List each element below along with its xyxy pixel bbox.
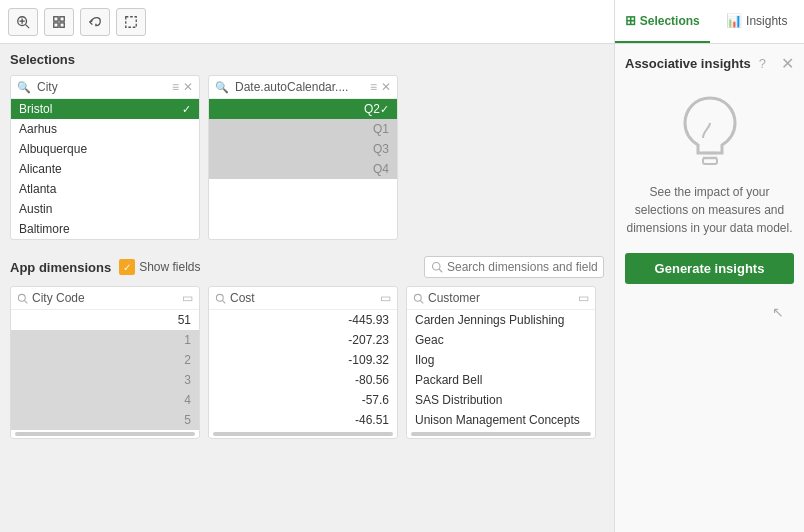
city-code-item-3[interactable]: 3 — [11, 370, 199, 390]
city-item-austin[interactable]: Austin — [11, 199, 199, 219]
cost-item-5[interactable]: -57.6 — [209, 390, 397, 410]
checkbox-icon: ✓ — [119, 259, 135, 275]
date-card-list-icon[interactable]: ≡ — [370, 80, 377, 94]
city-item-alicante[interactable]: Alicante — [11, 159, 199, 179]
cost-card-header: Cost ▭ — [209, 287, 397, 310]
svg-rect-7 — [60, 22, 64, 26]
bulb-container — [625, 88, 794, 173]
zoom-fit-button[interactable] — [44, 8, 74, 36]
city-item-albuquerque[interactable]: Albuquerque — [11, 139, 199, 159]
show-fields-checkbox[interactable]: ✓ Show fields — [119, 259, 200, 275]
date-item-q1[interactable]: Q1 — [209, 119, 397, 139]
date-card-close-icon[interactable]: ✕ — [381, 80, 391, 94]
search-dimensions-field[interactable] — [424, 256, 604, 278]
cost-card-icon[interactable]: ▭ — [380, 291, 391, 305]
right-panel: ⊞ Selections 📊 Insights Associative insi… — [614, 0, 804, 532]
date-item-q4[interactable]: Q4 — [209, 159, 397, 179]
svg-point-9 — [433, 263, 441, 271]
customer-item-geac[interactable]: Geac — [407, 330, 595, 350]
city-item-atlanta[interactable]: Atlanta — [11, 179, 199, 199]
city-item-baltimore[interactable]: Baltimore — [11, 219, 199, 239]
customer-item-ilog[interactable]: Ilog — [407, 350, 595, 370]
date-card-title: Date.autoCalendar.... — [235, 80, 366, 94]
city-code-item-5[interactable]: 5 — [11, 410, 199, 430]
city-code-item-4[interactable]: 4 — [11, 390, 199, 410]
cost-scrollbar[interactable] — [213, 432, 393, 436]
customer-item-sas[interactable]: SAS Distribution — [407, 390, 595, 410]
city-code-item-51[interactable]: 51 — [11, 310, 199, 330]
insights-title: Associative insights — [625, 56, 751, 71]
cost-dim-list: -445.93 -207.23 -109.32 -80.56 -57.6 — [209, 310, 397, 430]
svg-point-11 — [18, 294, 25, 301]
date-item-q2[interactable]: Q2 ✓ — [209, 99, 397, 119]
cost-card-title: Cost — [230, 291, 376, 305]
city-code-scrollbar[interactable] — [15, 432, 195, 436]
app-dims-section: App dimensions ✓ Show fields City Code ▭ — [0, 248, 614, 532]
selection-box-button[interactable] — [116, 8, 146, 36]
city-search-icon: 🔍 — [17, 81, 31, 94]
cost-item-3[interactable]: -109.32 — [209, 350, 397, 370]
customer-search-icon — [413, 293, 424, 304]
svg-rect-19 — [703, 158, 717, 164]
city-code-dim-card: City Code ▭ 51 1 2 3 — [10, 286, 200, 439]
customer-item-unison[interactable]: Unison Management Concepts — [407, 410, 595, 430]
svg-line-16 — [421, 300, 424, 303]
city-card-header: 🔍 City ≡ ✕ — [11, 76, 199, 99]
right-tabs: ⊞ Selections 📊 Insights — [615, 0, 804, 44]
date-search-icon: 🔍 — [215, 81, 229, 94]
date-selection-card: 🔍 Date.autoCalendar.... ≡ ✕ Q2 ✓ Q1 Q3 — [208, 75, 398, 240]
city-selection-card: 🔍 City ≡ ✕ Bristol ✓ Aarhus Albuquerque — [10, 75, 200, 240]
toolbar — [0, 0, 614, 44]
svg-rect-5 — [60, 16, 64, 20]
cost-dim-card: Cost ▭ -445.93 -207.23 -109.32 -80.56 — [208, 286, 398, 439]
insights-title-row: Associative insights ? ✕ — [625, 54, 794, 73]
customer-item-packard[interactable]: Packard Bell — [407, 370, 595, 390]
insights-tab-label: Insights — [746, 14, 787, 28]
selections-tab-icon: ⊞ — [625, 13, 636, 28]
customer-card-header: Customer ▭ — [407, 287, 595, 310]
cursor-icon: ↖ — [772, 304, 784, 320]
city-card-list-icon[interactable]: ≡ — [172, 80, 179, 94]
date-item-q3[interactable]: Q3 — [209, 139, 397, 159]
show-fields-label: Show fields — [139, 260, 200, 274]
city-card-close-icon[interactable]: ✕ — [183, 80, 193, 94]
insights-close-icon[interactable]: ✕ — [781, 54, 794, 73]
cost-item-1[interactable]: -445.93 — [209, 310, 397, 330]
app-dims-title: App dimensions — [10, 260, 111, 275]
insights-help-icon[interactable]: ? — [759, 56, 766, 71]
svg-point-15 — [414, 294, 421, 301]
generate-insights-button[interactable]: Generate insights — [625, 253, 794, 284]
selections-cards: 🔍 City ≡ ✕ Bristol ✓ Aarhus Albuquerque — [10, 75, 604, 240]
city-code-card-header: City Code ▭ — [11, 287, 199, 310]
svg-rect-6 — [54, 22, 58, 26]
insights-tab-icon: 📊 — [726, 13, 742, 28]
search-dimensions-input[interactable] — [447, 260, 597, 274]
tab-selections[interactable]: ⊞ Selections — [615, 0, 710, 43]
city-item-aarhus[interactable]: Aarhus — [11, 119, 199, 139]
city-card-list: Bristol ✓ Aarhus Albuquerque Alicante At… — [11, 99, 199, 239]
customer-card-title: Customer — [428, 291, 574, 305]
city-item-bristol[interactable]: Bristol ✓ — [11, 99, 199, 119]
q2-check-icon: ✓ — [380, 103, 389, 116]
city-code-item-2[interactable]: 2 — [11, 350, 199, 370]
svg-rect-8 — [126, 16, 137, 27]
date-card-header: 🔍 Date.autoCalendar.... ≡ ✕ — [209, 76, 397, 99]
undo-button[interactable] — [80, 8, 110, 36]
customer-item-carden[interactable]: Carden Jennings Publishing — [407, 310, 595, 330]
tab-insights[interactable]: 📊 Insights — [710, 0, 805, 43]
city-code-card-icon[interactable]: ▭ — [182, 291, 193, 305]
insights-title-group: Associative insights ? — [625, 56, 766, 71]
customer-card-icon[interactable]: ▭ — [578, 291, 589, 305]
customer-scrollbar[interactable] — [411, 432, 591, 436]
svg-line-14 — [223, 300, 226, 303]
cost-item-2[interactable]: -207.23 — [209, 330, 397, 350]
cost-item-6[interactable]: -46.51 — [209, 410, 397, 430]
city-card-title: City — [37, 80, 168, 94]
cost-search-icon — [215, 293, 226, 304]
city-code-item-1[interactable]: 1 — [11, 330, 199, 350]
bulb-icon — [675, 88, 745, 173]
cost-item-4[interactable]: -80.56 — [209, 370, 397, 390]
svg-rect-4 — [54, 16, 58, 20]
app-dims-header: App dimensions ✓ Show fields — [10, 256, 604, 278]
zoom-in-button[interactable] — [8, 8, 38, 36]
